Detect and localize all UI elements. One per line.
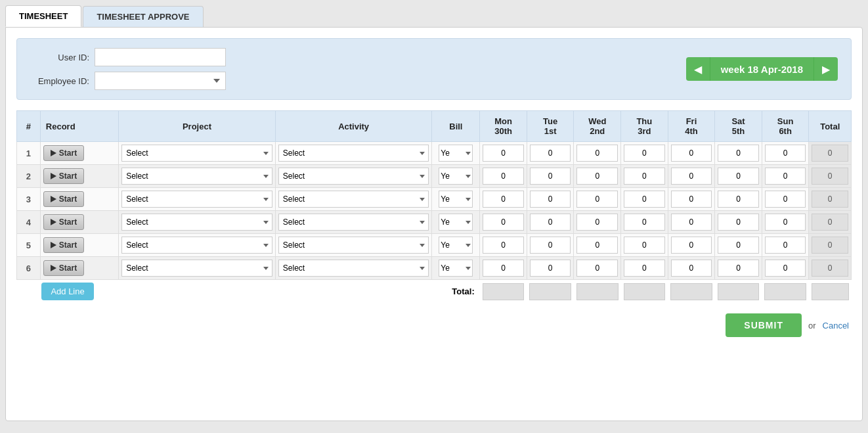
project-select-4[interactable]: Select bbox=[121, 214, 272, 231]
sat-input-1[interactable] bbox=[718, 145, 759, 162]
mon-input-5[interactable] bbox=[483, 237, 524, 254]
bill-select-6[interactable]: Ye No bbox=[439, 260, 473, 277]
row-total-input-6[interactable] bbox=[812, 260, 848, 277]
project-select-2[interactable]: Select bbox=[121, 168, 272, 185]
tue-input-6[interactable] bbox=[530, 260, 571, 277]
fri-input-6[interactable] bbox=[671, 260, 712, 277]
record-cell-6: Start bbox=[40, 257, 118, 280]
total-sun[interactable] bbox=[764, 283, 806, 300]
add-line-button[interactable]: Add Line bbox=[41, 283, 93, 300]
sat-input-6[interactable] bbox=[718, 260, 759, 277]
mon-input-6[interactable] bbox=[483, 260, 524, 277]
thu-input-4[interactable] bbox=[624, 214, 665, 231]
sun-input-4[interactable] bbox=[765, 214, 806, 231]
project-select-5[interactable]: Select bbox=[121, 237, 272, 254]
thu-input-5[interactable] bbox=[624, 237, 665, 254]
project-select-1[interactable]: Select bbox=[121, 145, 272, 162]
sat-input-3[interactable] bbox=[718, 191, 759, 208]
sun-input-5[interactable] bbox=[765, 237, 806, 254]
total-fri[interactable] bbox=[670, 283, 712, 300]
tue-input-2[interactable] bbox=[530, 168, 571, 185]
week-prev-button[interactable]: ◀ bbox=[686, 57, 710, 81]
thu-input-1[interactable] bbox=[624, 145, 665, 162]
fri-input-5[interactable] bbox=[671, 237, 712, 254]
start-button-4[interactable]: Start bbox=[43, 214, 84, 230]
wed-input-2[interactable] bbox=[576, 168, 618, 185]
col-header-bill: Bill bbox=[432, 111, 480, 142]
cancel-link[interactable]: Cancel bbox=[823, 321, 849, 330]
sat-input-4[interactable] bbox=[718, 214, 759, 231]
submit-button[interactable]: SUBMIT bbox=[726, 313, 802, 337]
wed-input-3[interactable] bbox=[576, 191, 618, 208]
wed-input-6[interactable] bbox=[576, 260, 618, 277]
activity-select-1[interactable]: Select bbox=[278, 145, 429, 162]
tab-timesheet[interactable]: TIMESHEET bbox=[5, 5, 81, 27]
thu-input-6[interactable] bbox=[624, 260, 665, 277]
activity-select-3[interactable]: Select bbox=[278, 191, 429, 208]
sun-input-1[interactable] bbox=[765, 145, 806, 162]
project-select-6[interactable]: Select bbox=[121, 260, 272, 277]
sun-input-2[interactable] bbox=[765, 168, 806, 185]
col-header-num: # bbox=[17, 111, 41, 142]
record-cell-4: Start bbox=[40, 211, 118, 234]
thu-input-2[interactable] bbox=[624, 168, 665, 185]
total-mon[interactable] bbox=[483, 283, 525, 300]
bill-select-2[interactable]: Ye No bbox=[439, 168, 473, 185]
sat-input-2[interactable] bbox=[718, 168, 759, 185]
mon-input-2[interactable] bbox=[483, 168, 524, 185]
start-button-6[interactable]: Start bbox=[43, 260, 84, 276]
tue-input-1[interactable] bbox=[530, 145, 571, 162]
row-total-input-2[interactable] bbox=[812, 168, 848, 185]
sat-input-5[interactable] bbox=[718, 237, 759, 254]
sun-input-3[interactable] bbox=[765, 191, 806, 208]
start-button-1[interactable]: Start bbox=[43, 145, 84, 161]
wed-input-1[interactable] bbox=[576, 145, 618, 162]
tab-timesheet-approve[interactable]: TIMESHEET APPROVE bbox=[83, 6, 203, 27]
start-button-5[interactable]: Start bbox=[43, 237, 84, 253]
activity-select-6[interactable]: Select bbox=[278, 260, 429, 277]
total-thu[interactable] bbox=[624, 283, 666, 300]
row-total-input-3[interactable] bbox=[812, 191, 848, 208]
col-header-total: Total bbox=[809, 111, 852, 142]
fri-input-4[interactable] bbox=[671, 214, 712, 231]
activity-cell-1: Select bbox=[275, 142, 432, 165]
wed-input-4[interactable] bbox=[576, 214, 618, 231]
fri-input-3[interactable] bbox=[671, 191, 712, 208]
fri-input-2[interactable] bbox=[671, 168, 712, 185]
tue-input-4[interactable] bbox=[530, 214, 571, 231]
mon-input-1[interactable] bbox=[483, 145, 524, 162]
mon-input-4[interactable] bbox=[483, 214, 524, 231]
col-header-sun: Sun 6th bbox=[762, 111, 809, 142]
record-cell-3: Start bbox=[40, 188, 118, 211]
row-total-input-5[interactable] bbox=[812, 237, 848, 254]
col-header-mon: Mon 30th bbox=[480, 111, 527, 142]
row-total-input-4[interactable] bbox=[812, 214, 848, 231]
mon-cell-2 bbox=[480, 165, 527, 188]
tue-input-5[interactable] bbox=[530, 237, 571, 254]
activity-select-5[interactable]: Select bbox=[278, 237, 429, 254]
total-sat[interactable] bbox=[718, 283, 760, 300]
activity-select-2[interactable]: Select bbox=[278, 168, 429, 185]
total-all[interactable] bbox=[812, 283, 849, 300]
bill-select-3[interactable]: Ye No bbox=[439, 191, 473, 208]
start-button-3[interactable]: Start bbox=[43, 191, 84, 207]
employeeid-select[interactable] bbox=[95, 72, 226, 90]
total-wed[interactable] bbox=[576, 283, 618, 300]
fri-input-1[interactable] bbox=[671, 145, 712, 162]
bill-select-1[interactable]: Ye No bbox=[439, 145, 473, 162]
project-select-3[interactable]: Select bbox=[121, 191, 272, 208]
wed-input-5[interactable] bbox=[576, 237, 618, 254]
start-button-2[interactable]: Start bbox=[43, 168, 84, 184]
thu-input-3[interactable] bbox=[624, 191, 665, 208]
tue-input-3[interactable] bbox=[530, 191, 571, 208]
userid-input[interactable] bbox=[95, 48, 226, 66]
week-next-button[interactable]: ▶ bbox=[814, 57, 838, 81]
mon-input-3[interactable] bbox=[483, 191, 524, 208]
total-tue[interactable] bbox=[529, 283, 571, 300]
row-total-input-1[interactable] bbox=[812, 145, 848, 162]
bill-select-5[interactable]: Ye No bbox=[439, 237, 473, 254]
activity-select-4[interactable]: Select bbox=[278, 214, 429, 231]
sun-input-6[interactable] bbox=[765, 260, 806, 277]
bill-cell-1: Ye No bbox=[432, 142, 480, 165]
bill-select-4[interactable]: Ye No bbox=[439, 214, 473, 231]
